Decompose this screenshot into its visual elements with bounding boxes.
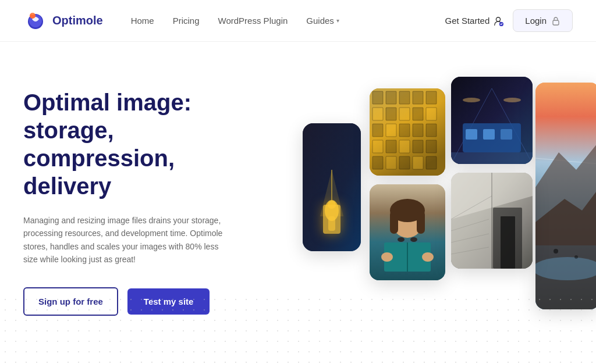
dot-pattern-decoration bbox=[0, 294, 596, 364]
hero-description: Managing and resizing image files drains… bbox=[23, 214, 233, 266]
hero-title: Optimal image: storage, compression, del… bbox=[23, 88, 268, 200]
nav-home[interactable]: Home bbox=[131, 16, 154, 26]
beach-image bbox=[535, 83, 596, 309]
user-icon bbox=[493, 16, 503, 26]
hero-section: Optimal image: storage, compression, del… bbox=[0, 42, 596, 364]
building-image bbox=[370, 88, 445, 176]
svg-point-40 bbox=[463, 98, 480, 102]
svg-point-61 bbox=[398, 237, 405, 242]
svg-rect-12 bbox=[372, 91, 383, 104]
svg-rect-15 bbox=[413, 91, 423, 104]
logo-icon bbox=[23, 9, 48, 33]
svg-rect-44 bbox=[483, 129, 495, 140]
svg-point-59 bbox=[381, 252, 393, 262]
image-card-phone bbox=[303, 123, 361, 251]
nav-wordpress-plugin[interactable]: WordPress Plugin bbox=[218, 16, 288, 26]
svg-point-49 bbox=[535, 257, 596, 280]
svg-rect-30 bbox=[413, 140, 423, 153]
svg-rect-31 bbox=[426, 140, 437, 153]
svg-rect-5 bbox=[553, 20, 559, 25]
svg-rect-13 bbox=[386, 91, 396, 104]
guides-chevron-icon: ▾ bbox=[336, 17, 339, 24]
svg-rect-8 bbox=[328, 216, 335, 231]
svg-rect-56 bbox=[417, 210, 425, 234]
login-button[interactable]: Login bbox=[513, 9, 573, 32]
svg-rect-34 bbox=[399, 156, 410, 169]
svg-rect-45 bbox=[501, 129, 512, 140]
svg-rect-17 bbox=[372, 108, 383, 120]
svg-point-3 bbox=[496, 17, 501, 21]
svg-point-50 bbox=[554, 249, 558, 254]
svg-rect-16 bbox=[426, 91, 437, 104]
svg-rect-20 bbox=[413, 108, 423, 120]
svg-rect-19 bbox=[399, 108, 410, 120]
svg-point-41 bbox=[503, 98, 521, 102]
nav-links: Home Pricing WordPress Plugin Guides ▾ bbox=[131, 16, 445, 26]
logo-link[interactable]: Optimole bbox=[23, 9, 103, 33]
hero-content: Optimal image: storage, compression, del… bbox=[23, 77, 268, 316]
svg-rect-23 bbox=[386, 124, 396, 137]
svg-rect-32 bbox=[372, 156, 383, 169]
svg-rect-14 bbox=[399, 91, 410, 104]
svg-rect-25 bbox=[413, 124, 423, 137]
image-card-beach bbox=[535, 83, 596, 309]
transit-image bbox=[451, 77, 533, 164]
svg-rect-35 bbox=[413, 156, 423, 169]
nav-pricing[interactable]: Pricing bbox=[173, 16, 200, 26]
navigation: Optimole Home Pricing WordPress Plugin G… bbox=[0, 0, 596, 42]
image-card-transit bbox=[451, 77, 533, 164]
svg-point-51 bbox=[574, 255, 578, 259]
svg-rect-55 bbox=[390, 210, 398, 234]
svg-point-60 bbox=[422, 252, 434, 262]
svg-rect-43 bbox=[466, 129, 477, 140]
woman-image bbox=[370, 184, 445, 280]
nav-guides[interactable]: Guides ▾ bbox=[306, 16, 339, 26]
svg-rect-71 bbox=[501, 216, 515, 269]
svg-rect-46 bbox=[451, 152, 533, 164]
svg-point-62 bbox=[410, 237, 417, 242]
svg-rect-26 bbox=[426, 124, 437, 137]
get-started-button[interactable]: Get Started bbox=[445, 16, 504, 26]
svg-rect-29 bbox=[399, 140, 410, 153]
architecture-image bbox=[451, 173, 533, 269]
svg-rect-22 bbox=[372, 124, 383, 137]
image-card-architecture bbox=[451, 173, 533, 269]
svg-rect-24 bbox=[399, 124, 410, 137]
svg-rect-18 bbox=[386, 108, 396, 120]
image-card-building bbox=[370, 88, 445, 176]
svg-rect-27 bbox=[372, 140, 383, 153]
svg-rect-21 bbox=[426, 108, 437, 120]
brand-name: Optimole bbox=[52, 14, 103, 27]
svg-rect-28 bbox=[386, 140, 396, 153]
svg-rect-33 bbox=[386, 156, 396, 169]
svg-rect-36 bbox=[426, 156, 437, 169]
nav-right: Get Started Login bbox=[445, 9, 573, 32]
image-card-woman bbox=[370, 184, 445, 280]
lock-icon bbox=[551, 16, 560, 26]
phone-image bbox=[303, 123, 361, 251]
